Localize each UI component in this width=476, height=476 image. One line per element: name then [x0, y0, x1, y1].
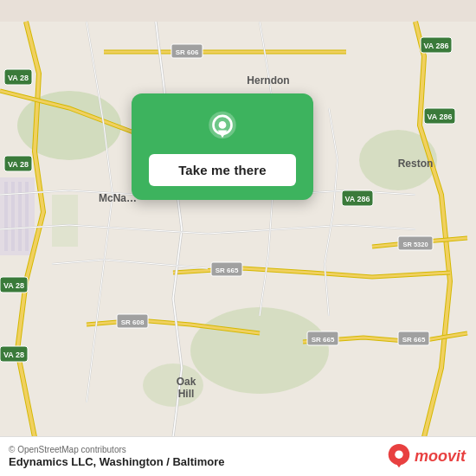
svg-point-49 — [395, 450, 402, 458]
location-pin-icon — [204, 109, 241, 145]
svg-text:VA 286: VA 286 — [344, 195, 370, 203]
svg-rect-3 — [52, 195, 78, 247]
take-me-there-button[interactable]: Take me there — [149, 154, 296, 186]
map-background: VA 28 VA 28 VA 28 VA 28 VA 286 VA 286 VA… — [0, 0, 476, 476]
svg-text:VA 286: VA 286 — [427, 113, 452, 121]
svg-text:SR 608: SR 608 — [121, 318, 145, 326]
svg-text:VA 28: VA 28 — [3, 281, 24, 290]
svg-text:SR 665: SR 665 — [312, 336, 335, 344]
svg-rect-9 — [18, 182, 22, 251]
bottom-left-info: © OpenStreetMap contributors Edynamics L… — [9, 445, 224, 468]
svg-text:Herndon: Herndon — [247, 74, 289, 87]
svg-text:SR 5320: SR 5320 — [402, 241, 428, 248]
map-container: VA 28 VA 28 VA 28 VA 28 VA 286 VA 286 VA… — [0, 0, 476, 476]
moovit-brand-text: moovit — [415, 447, 466, 466]
svg-text:SR 606: SR 606 — [176, 48, 199, 56]
company-name: Edynamics LLC, Washington / Baltimore — [9, 455, 224, 468]
svg-text:VA 28: VA 28 — [8, 160, 29, 169]
svg-point-46 — [219, 121, 227, 129]
svg-text:Reston: Reston — [398, 158, 434, 170]
moovit-pin-icon — [387, 443, 411, 471]
moovit-logo: moovit — [387, 443, 466, 471]
svg-text:McNa…: McNa… — [99, 192, 137, 204]
svg-text:SR 665: SR 665 — [402, 336, 426, 344]
svg-text:VA 28: VA 28 — [8, 74, 29, 82]
svg-point-2 — [190, 307, 329, 394]
svg-text:VA 28: VA 28 — [3, 351, 24, 359]
popup-card: Take me there — [132, 93, 313, 200]
copyright-text: © OpenStreetMap contributors — [9, 445, 224, 454]
svg-text:Oak: Oak — [177, 376, 196, 388]
svg-text:SR 665: SR 665 — [215, 267, 239, 274]
bottom-bar: © OpenStreetMap contributors Edynamics L… — [0, 436, 476, 476]
svg-text:VA 286: VA 286 — [423, 42, 448, 50]
svg-text:Hill: Hill — [178, 388, 195, 400]
svg-rect-8 — [11, 182, 15, 251]
svg-rect-7 — [4, 182, 8, 251]
